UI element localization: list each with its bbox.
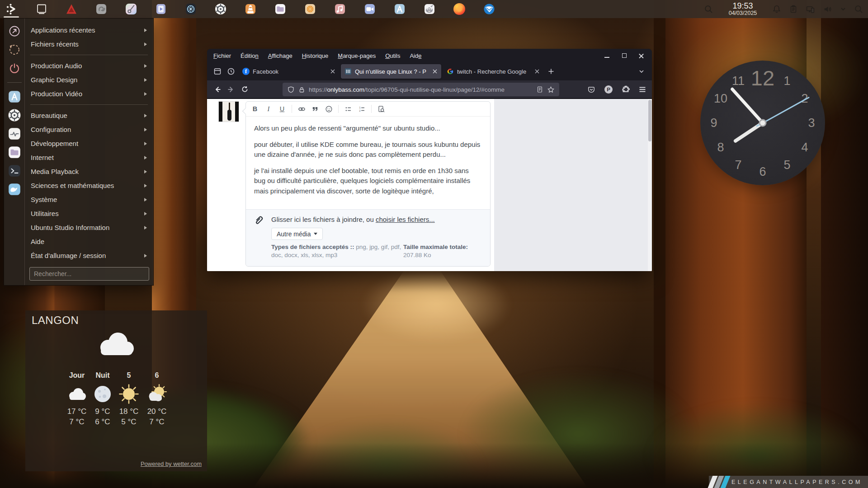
firefox-icon[interactable]: [453, 3, 466, 15]
notifications-icon[interactable]: [772, 5, 781, 14]
launcher-item-graphic-design[interactable]: Graphic Design: [25, 73, 153, 87]
clipboard-icon[interactable]: [789, 5, 798, 14]
tab-close-icon[interactable]: [432, 69, 438, 74]
paint-app-icon[interactable]: [125, 3, 137, 15]
launcher-item-developpement[interactable]: Développement: [25, 136, 153, 150]
tangerine-app-icon[interactable]: [304, 3, 316, 15]
launcher-item-sciences[interactable]: Sciences et mathématiques: [25, 178, 153, 192]
menu-outils[interactable]: Outils: [385, 52, 400, 59]
helm-app-icon[interactable]: [8, 108, 21, 122]
emoji-button[interactable]: [322, 103, 335, 115]
launcher-item-configuration[interactable]: Configuration: [25, 122, 153, 136]
reload-icon[interactable]: [238, 83, 251, 96]
terminal-icon[interactable]: [8, 164, 21, 178]
bullet-list-button[interactable]: [342, 103, 354, 115]
gimp-icon[interactable]: [423, 3, 436, 15]
file-manager-icon[interactable]: [274, 3, 287, 15]
ardour-icon[interactable]: [65, 3, 78, 15]
preview-button[interactable]: [375, 103, 387, 115]
extensions-puzzle-icon[interactable]: [622, 85, 630, 94]
search-icon[interactable]: [704, 5, 713, 14]
app-store-icon[interactable]: [393, 3, 406, 15]
app-store-icon[interactable]: [8, 90, 21, 103]
launcher-item-production-video[interactable]: Production Vidéo: [25, 87, 153, 101]
power-icon[interactable]: [8, 61, 21, 75]
back-icon[interactable]: [211, 83, 224, 96]
tab-forum-active[interactable]: Qui n'utilise que Linux ? - P: [341, 64, 441, 79]
reader-view-icon[interactable]: [536, 86, 543, 93]
p-extension-icon[interactable]: P: [604, 85, 613, 94]
vlc-icon[interactable]: [244, 3, 257, 15]
tab-history-icon[interactable]: [225, 66, 237, 77]
launcher-item-etat-allumage-session[interactable]: État d'allumage / session: [25, 249, 153, 263]
video-camera-app-icon[interactable]: [363, 3, 376, 15]
wetter-credit-link[interactable]: Powered by wetter.com: [141, 460, 202, 467]
tab-close-icon[interactable]: [534, 69, 540, 74]
tracking-shield-icon[interactable]: [287, 86, 295, 94]
maximize-button[interactable]: [622, 53, 627, 58]
bold-button[interactable]: B: [249, 103, 261, 115]
camera-wheel-app-icon[interactable]: [184, 3, 197, 15]
lock-icon[interactable]: [298, 86, 305, 93]
launcher-item-media-playback[interactable]: Media Playback: [25, 164, 153, 178]
system-monitor-icon[interactable]: [8, 127, 21, 141]
minimize-button[interactable]: [604, 53, 609, 58]
close-button[interactable]: [639, 53, 644, 58]
chevron-down-icon[interactable]: [840, 6, 846, 12]
menu-historique[interactable]: Historique: [302, 52, 329, 59]
video-player-app-icon[interactable]: [155, 3, 167, 15]
new-tab-icon[interactable]: [545, 66, 557, 77]
comment-text-area[interactable]: Alors un peu plus de ressenti "argumenté…: [246, 117, 490, 196]
underline-button[interactable]: U: [276, 103, 288, 115]
virtual-desktop-pager-icon[interactable]: [35, 3, 48, 15]
launcher-item-utilitaires[interactable]: Utilitaires: [25, 206, 153, 221]
launcher-item-ubuntu-studio-information[interactable]: Ubuntu Studio Information: [25, 221, 153, 235]
menu-edition[interactable]: Édition: [241, 52, 259, 59]
launcher-item-internet[interactable]: Internet: [25, 150, 153, 164]
tab-twitch-search[interactable]: twitch - Recherche Google: [443, 64, 543, 79]
choose-files-link[interactable]: choisir les fichiers...: [376, 216, 435, 223]
thunderbird-icon[interactable]: [483, 3, 495, 15]
screenshot-search-icon[interactable]: [854, 5, 863, 14]
menu-hamburger-icon[interactable]: [638, 85, 646, 94]
panel-clock[interactable]: 19:53 04/03/2025: [721, 2, 764, 17]
list-all-tabs-icon[interactable]: [636, 66, 647, 77]
launcher-item-production-audio[interactable]: Production Audio: [25, 59, 153, 73]
recent-apps-icon[interactable]: [8, 24, 21, 38]
link-button[interactable]: [295, 103, 308, 115]
tab-close-icon[interactable]: [330, 69, 335, 74]
bookmark-star-icon[interactable]: [547, 86, 555, 94]
messenger-bird-icon[interactable]: [8, 183, 21, 196]
launcher-search-input[interactable]: [29, 267, 149, 281]
launcher-item-applications-recentes[interactable]: Applications récentes: [25, 23, 153, 37]
tab-facebook[interactable]: f Facebook: [239, 64, 339, 79]
italic-button[interactable]: I: [262, 103, 275, 115]
menu-aide[interactable]: Aide: [410, 52, 421, 59]
other-media-button[interactable]: Autre média: [271, 228, 323, 240]
audio-swirl-app-icon[interactable]: [95, 3, 108, 15]
firefox-view-icon[interactable]: [212, 66, 223, 77]
launcher-item-fichiers-recents[interactable]: Fichiers récents: [25, 37, 153, 51]
page-scrollbar[interactable]: [648, 99, 652, 271]
user-avatar[interactable]: [218, 101, 239, 122]
pocket-icon[interactable]: [587, 85, 595, 94]
connected-device-icon[interactable]: [806, 5, 815, 14]
attachment-dropzone[interactable]: Glisser ici les fichiers à joindre, ou c…: [246, 209, 490, 266]
music-app-icon[interactable]: [334, 3, 346, 15]
helm-app-icon[interactable]: [214, 3, 227, 15]
ubuntu-studio-menu-icon[interactable]: [5, 3, 18, 15]
url-bar[interactable]: https://onlybass.com/topic/96705-qui-nut…: [283, 83, 559, 96]
launcher-item-bureautique[interactable]: Bureautique: [25, 108, 153, 122]
history-icon[interactable]: [8, 43, 21, 56]
numbered-list-button[interactable]: 12: [355, 103, 368, 115]
launcher-item-aide[interactable]: Aide: [25, 235, 153, 249]
scrollbar-thumb[interactable]: [648, 100, 651, 141]
quote-button[interactable]: [309, 103, 321, 115]
file-manager-icon[interactable]: [8, 145, 21, 159]
menu-fichier[interactable]: Fichier: [213, 52, 231, 59]
volume-icon[interactable]: [823, 5, 832, 14]
menu-marque-pages[interactable]: Marque-pages: [338, 52, 376, 59]
launcher-item-systeme[interactable]: Système: [25, 192, 153, 206]
menu-affichage[interactable]: Affichage: [268, 52, 292, 59]
forward-icon[interactable]: [224, 83, 238, 96]
